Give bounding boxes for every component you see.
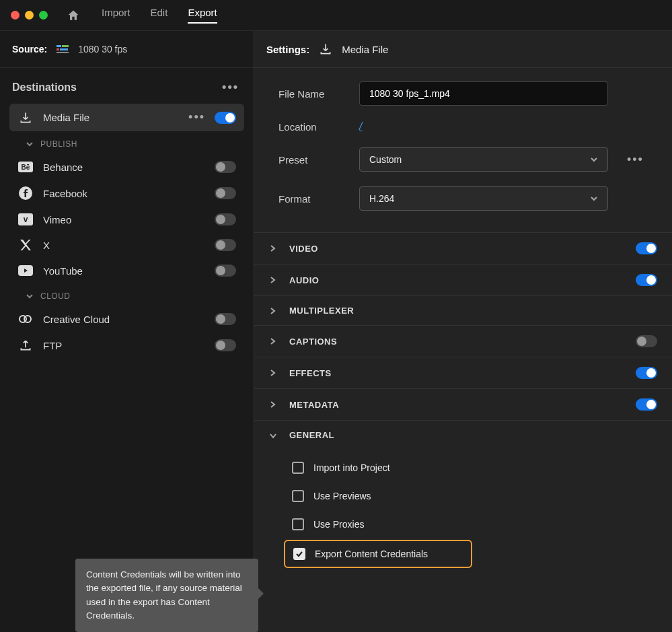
accordion-multiplexer[interactable]: MULTIPLEXER: [254, 295, 672, 325]
preset-more-icon[interactable]: •••: [627, 153, 644, 167]
accordion-captions[interactable]: CAPTIONS: [254, 325, 672, 357]
check-label: Use Previews: [313, 491, 371, 501]
maximize-window-button[interactable]: [39, 11, 48, 20]
destination-ftp[interactable]: FTP: [9, 332, 244, 359]
destination-label: Behance: [43, 162, 205, 173]
checkbox-icon: [292, 518, 304, 530]
chevron-down-icon: [590, 195, 598, 203]
destination-label: Media File: [43, 112, 179, 123]
format-label: Format: [278, 193, 346, 205]
svg-text:v: v: [24, 215, 28, 224]
destination-media-file[interactable]: Media File •••: [9, 104, 244, 131]
chevron-right-icon: [269, 400, 280, 409]
behance-icon: Bē: [17, 162, 34, 172]
effects-toggle[interactable]: [636, 367, 657, 379]
settings-label: Settings:: [266, 44, 309, 55]
media-file-icon: [17, 111, 34, 125]
destination-label: Creative Cloud: [43, 314, 205, 325]
accordion-title: METADATA: [289, 400, 626, 410]
chevron-down-icon: [26, 140, 34, 148]
publish-section-label[interactable]: PUBLISH: [40, 139, 77, 149]
destination-behance[interactable]: Bē Behance: [9, 154, 244, 180]
svg-rect-2: [57, 48, 59, 50]
location-label: Location: [278, 121, 346, 133]
captions-toggle[interactable]: [636, 335, 657, 347]
accordion-title: VIDEO: [289, 244, 626, 254]
vimeo-toggle[interactable]: [215, 213, 236, 225]
x-toggle[interactable]: [215, 239, 236, 251]
check-label[interactable]: Export Content Credentials: [315, 549, 428, 559]
svg-text:Bē: Bē: [22, 164, 30, 171]
accordion-title: AUDIO: [289, 275, 626, 285]
ftp-toggle[interactable]: [215, 339, 236, 351]
source-label: Source:: [12, 44, 47, 55]
close-window-button[interactable]: [11, 11, 20, 20]
vimeo-icon: v: [17, 213, 34, 225]
check-import-into-project[interactable]: Import into Project: [292, 454, 657, 482]
tab-import[interactable]: Import: [102, 7, 130, 24]
destination-youtube[interactable]: YouTube: [9, 258, 244, 283]
location-link[interactable]: /: [359, 120, 362, 133]
file-name-input[interactable]: [359, 81, 608, 106]
svg-rect-1: [62, 45, 69, 47]
chevron-down-icon: [26, 292, 34, 300]
destination-facebook[interactable]: Facebook: [9, 180, 244, 207]
svg-rect-0: [57, 45, 61, 47]
svg-rect-4: [57, 52, 69, 53]
svg-rect-3: [60, 48, 68, 50]
minimize-window-button[interactable]: [25, 11, 34, 20]
tab-edit[interactable]: Edit: [151, 7, 168, 24]
destination-label: Vimeo: [43, 214, 205, 225]
media-file-toggle[interactable]: [215, 112, 236, 124]
facebook-icon: [17, 186, 34, 200]
media-file-more-icon[interactable]: •••: [188, 110, 205, 125]
accordion-audio[interactable]: AUDIO: [254, 264, 672, 295]
creative-cloud-icon: [17, 314, 34, 324]
chevron-down-icon: [269, 432, 280, 439]
destination-creative-cloud[interactable]: Creative Cloud: [9, 306, 244, 332]
accordion-title: EFFECTS: [289, 368, 626, 378]
chevron-right-icon: [269, 337, 280, 345]
check-use-proxies[interactable]: Use Proxies: [292, 510, 657, 538]
audio-toggle[interactable]: [636, 274, 657, 286]
destination-label: X: [43, 240, 205, 251]
accordion-title: CAPTIONS: [289, 337, 626, 347]
tab-export[interactable]: Export: [188, 7, 217, 24]
youtube-toggle[interactable]: [215, 265, 236, 277]
svg-point-12: [24, 316, 31, 322]
export-content-credentials-highlight: Export Content Credentials: [284, 540, 472, 568]
accordion-effects[interactable]: EFFECTS: [254, 357, 672, 388]
source-name[interactable]: 1080 30 fps: [78, 44, 127, 55]
behance-toggle[interactable]: [215, 161, 236, 173]
preset-select[interactable]: Custom: [359, 147, 608, 172]
metadata-toggle[interactable]: [636, 398, 657, 411]
destinations-more-icon[interactable]: •••: [222, 80, 239, 94]
destination-vimeo[interactable]: v Vimeo: [9, 207, 244, 232]
preset-label: Preset: [278, 154, 346, 166]
checkbox-checked-icon[interactable]: [293, 548, 305, 560]
home-icon[interactable]: [67, 9, 80, 22]
accordion-general[interactable]: GENERAL: [254, 420, 672, 450]
format-select[interactable]: H.264: [359, 186, 608, 211]
accordion-video[interactable]: VIDEO: [254, 232, 672, 264]
video-toggle[interactable]: [636, 242, 657, 254]
settings-destination-name: Media File: [342, 44, 388, 55]
format-value: H.264: [369, 193, 394, 204]
checkbox-icon: [292, 490, 304, 502]
accordion-metadata[interactable]: METADATA: [254, 388, 672, 420]
destination-label: Facebook: [43, 188, 205, 199]
creative-cloud-toggle[interactable]: [215, 313, 236, 325]
sequence-icon: [57, 44, 69, 55]
facebook-toggle[interactable]: [215, 187, 236, 199]
youtube-icon: [17, 265, 34, 276]
destination-x[interactable]: X: [9, 232, 244, 258]
check-use-previews[interactable]: Use Previews: [292, 482, 657, 510]
x-icon: [17, 239, 34, 251]
file-name-label: File Name: [278, 88, 346, 100]
destination-label: FTP: [43, 340, 205, 351]
check-label: Import into Project: [313, 462, 390, 473]
chevron-right-icon: [269, 307, 280, 315]
accordion-title: GENERAL: [289, 430, 657, 440]
cloud-section-label[interactable]: CLOUD: [40, 291, 71, 301]
chevron-right-icon: [269, 244, 280, 252]
